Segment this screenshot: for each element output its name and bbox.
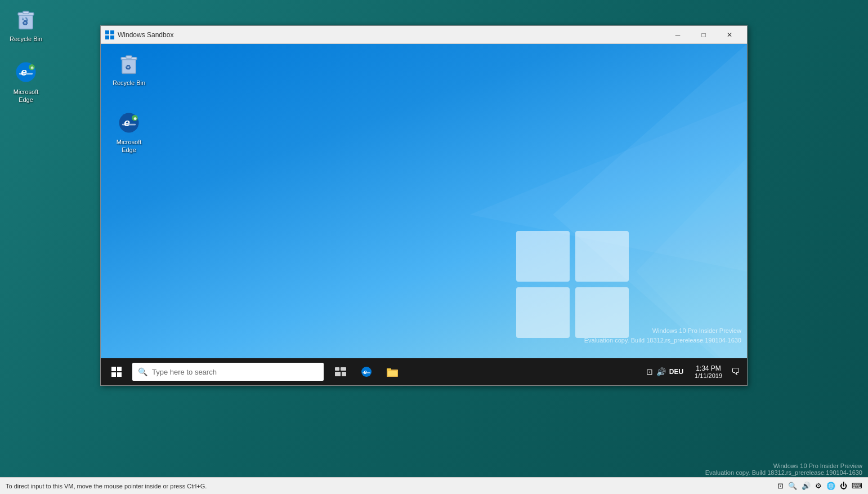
svg-rect-39	[363, 372, 370, 373]
svg-rect-10	[110, 30, 114, 34]
sandbox-date: 1/11/2019	[695, 372, 722, 379]
svg-rect-26	[122, 124, 136, 126]
svg-rect-31	[111, 372, 116, 377]
sandbox-lang-indicator[interactable]: DEU	[669, 368, 683, 376]
sandbox-edge-taskbar[interactable]: e	[354, 359, 379, 384]
svg-text:⊕: ⊕	[30, 66, 34, 70]
svg-text:e: e	[364, 369, 367, 375]
sandbox-maximize-button[interactable]: □	[691, 26, 717, 44]
sandbox-monitor-icon[interactable]: ⊡	[646, 367, 653, 376]
host-display-icon[interactable]: ⊡	[777, 482, 784, 490]
sandbox-start-button[interactable]	[103, 358, 130, 385]
host-status-bar: To direct input to this VM, move the mou…	[0, 477, 868, 494]
sandbox-eval-line2: Evaluation copy. Build 18312.rs_prerelea…	[584, 337, 741, 344]
host-edge-label: Microsoft Edge	[6, 88, 46, 104]
host-settings-icon[interactable]: ⚙	[815, 482, 822, 490]
svg-rect-30	[117, 367, 122, 371]
svg-rect-41	[387, 368, 391, 371]
sandbox-taskbar: 🔍 Type here to search	[101, 358, 747, 385]
host-eval-line1: Windows 10 Pro Insider Preview	[705, 462, 862, 469]
svg-rect-33	[335, 367, 339, 371]
host-taskbar-systray: ⊡ 🔍 🔊 ⚙ 🌐 ⏻ ⌨	[777, 482, 862, 490]
sandbox-content: Windows 10 Pro Insider Preview Evaluatio…	[101, 44, 747, 385]
svg-rect-22	[126, 56, 132, 58]
svg-text:e: e	[21, 66, 27, 78]
host-search-icon[interactable]: 🔍	[788, 482, 797, 490]
host-recycle-bin-label: Recycle Bin	[6, 35, 46, 43]
sandbox-search-bar[interactable]: 🔍 Type here to search	[132, 363, 324, 381]
host-status-text: To direct input to this VM, move the mou…	[6, 483, 207, 489]
host-recycle-bin-icon[interactable]: ♻ Recycle Bin	[3, 3, 48, 45]
svg-rect-29	[111, 367, 116, 371]
svg-text:⊕: ⊕	[133, 117, 137, 121]
svg-rect-11	[105, 35, 109, 39]
host-network-icon[interactable]: 🌐	[826, 482, 835, 490]
sandbox-eval-line1: Windows 10 Pro Insider Preview	[652, 327, 741, 334]
sandbox-minimize-button[interactable]: ─	[665, 26, 691, 44]
sandbox-title-text: Windows Sandbox	[118, 31, 665, 39]
sandbox-close-button[interactable]: ✕	[717, 26, 742, 44]
svg-rect-9	[105, 30, 109, 34]
svg-rect-36	[342, 372, 346, 376]
sandbox-titlebar-buttons: ─ □ ✕	[665, 26, 742, 44]
sandbox-systray-icons: ⊡ 🔊 DEU	[642, 367, 688, 376]
sandbox-edge-icon[interactable]: e ⊕ Microsoft Edge	[106, 109, 151, 157]
sandbox-volume-icon[interactable]: 🔊	[656, 367, 666, 376]
sandbox-search-icon: 🔍	[138, 367, 147, 376]
sandbox-taskbar-items: e	[328, 359, 405, 384]
sandbox-clock[interactable]: 1:34 PM 1/11/2019	[690, 364, 727, 379]
sandbox-eval-watermark: Windows 10 Pro Insider Preview Evaluatio…	[584, 326, 741, 346]
sandbox-time: 1:34 PM	[695, 364, 722, 372]
svg-rect-6	[19, 73, 33, 75]
sandbox-search-placeholder: Type here to search	[152, 368, 217, 376]
sandbox-file-explorer-taskbar[interactable]	[380, 359, 405, 384]
sandbox-notification-icon[interactable]: 🗨	[729, 367, 742, 377]
sandbox-systray: ⊡ 🔊 DEU 1:34 PM 1/11/2019 🗨	[642, 364, 745, 379]
svg-rect-34	[341, 367, 346, 371]
svg-rect-17	[575, 231, 629, 282]
svg-rect-35	[335, 372, 341, 376]
sandbox-edge-label: Microsoft Edge	[109, 138, 149, 154]
host-edge-icon[interactable]: e ⊕ Microsoft Edge	[3, 56, 48, 106]
sandbox-taskview-button[interactable]	[328, 359, 353, 384]
svg-rect-2	[23, 11, 29, 14]
sandbox-recycle-bin-icon[interactable]: ♻ Recycle Bin	[106, 50, 151, 89]
svg-rect-42	[388, 371, 397, 376]
host-keyboard-icon[interactable]: ⌨	[852, 482, 862, 490]
host-power-icon[interactable]: ⏻	[840, 482, 847, 490]
svg-rect-32	[117, 372, 122, 377]
host-eval-watermark: Windows 10 Pro Insider Preview Evaluatio…	[705, 462, 862, 476]
host-volume-icon-2[interactable]: 🔊	[802, 482, 811, 490]
sandbox-window: Windows Sandbox ─ □ ✕	[100, 25, 748, 386]
sandbox-titlebar: Windows Sandbox ─ □ ✕	[101, 26, 747, 44]
svg-rect-16	[516, 231, 570, 282]
svg-rect-12	[110, 35, 114, 39]
sandbox-titlebar-icon	[105, 30, 114, 39]
svg-text:e: e	[124, 117, 130, 128]
svg-rect-18	[516, 287, 570, 338]
svg-marker-15	[636, 158, 747, 385]
host-eval-line2: Evaluation copy. Build 18312.rs_prerelea…	[705, 469, 862, 476]
svg-text:♻: ♻	[125, 64, 131, 72]
host-desktop: ♻ Recycle Bin e ⊕ Microsoft Edge	[0, 0, 868, 494]
svg-text:♻: ♻	[22, 19, 28, 27]
sandbox-recycle-bin-label: Recycle Bin	[109, 79, 149, 87]
